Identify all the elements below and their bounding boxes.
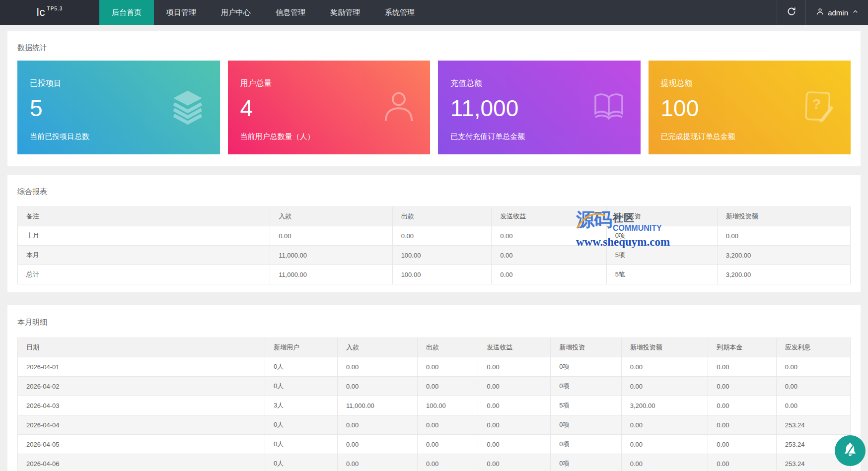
table-header-row: 备注入款出款发送收益新增投资新增投资额 — [18, 207, 851, 226]
chevron-up-icon — [852, 8, 859, 17]
table-cell: 0.00 — [708, 454, 777, 471]
column-header: 出款 — [417, 338, 478, 357]
card-label: 已投项目 — [30, 78, 220, 89]
table-cell: 5项 — [551, 396, 622, 415]
bell-off-icon — [841, 441, 859, 461]
table-cell: 0.00 — [621, 435, 708, 454]
nav-item-info[interactable]: 信息管理 — [263, 0, 318, 25]
table-cell: 100.00 — [417, 396, 478, 415]
month-detail-panel: 本月明细 日期新增用户入款出款发送收益新增投资新增投资额到期本金应发利息2026… — [7, 305, 861, 471]
logo-version: TP5.3 — [47, 6, 63, 11]
month-detail-title: 本月明细 — [17, 318, 851, 327]
table-cell: 0.00 — [337, 435, 417, 454]
table-cell: 本月 — [18, 246, 270, 265]
card-label: 充值总额 — [450, 78, 641, 89]
table-cell: 总计 — [18, 265, 270, 284]
month-detail-table: 日期新增用户入款出款发送收益新增投资新增投资额到期本金应发利息2026-04-0… — [17, 337, 851, 471]
user-menu[interactable]: admin — [805, 0, 868, 25]
book-icon — [591, 89, 627, 127]
table-cell: 3,200.00 — [717, 246, 850, 265]
table-cell: 0人 — [265, 357, 338, 377]
table-cell: 0.00 — [478, 454, 551, 471]
column-header: 新增投资额 — [717, 207, 850, 226]
stat-card-withdraw: 提现总额 100 已完成提现订单总金额 ? — [649, 61, 851, 154]
column-header: 应发利息 — [776, 338, 850, 357]
column-header: 入款 — [337, 338, 417, 357]
refresh-icon — [787, 6, 796, 18]
column-header: 到期本金 — [708, 338, 777, 357]
table-cell: 3,200.00 — [621, 396, 708, 415]
card-label: 提现总额 — [661, 78, 851, 89]
table-cell: 0项 — [606, 226, 717, 246]
doc-edit-icon: ? — [802, 89, 837, 126]
svg-text:?: ? — [812, 96, 821, 112]
table-cell: 2026-04-02 — [18, 377, 265, 396]
table-row: 2026-04-033人11,000.00100.000.005项3,200.0… — [18, 396, 851, 415]
nav-item-users[interactable]: 用户中心 — [209, 0, 263, 25]
table-cell: 0.00 — [708, 435, 777, 454]
table-cell: 0人 — [265, 377, 338, 396]
table-cell: 0.00 — [708, 357, 777, 377]
table-cell: 0.00 — [492, 246, 606, 265]
nav-item-rewards[interactable]: 奖励管理 — [318, 0, 372, 25]
table-row: 上月0.000.000.000项0.00 — [18, 226, 851, 246]
table-cell: 2026-04-01 — [18, 357, 265, 377]
top-nav: lcTP5.3 后台首页 项目管理 用户中心 信息管理 奖励管理 系统管理 ad… — [0, 0, 868, 25]
summary-report-panel: 综合报表 备注入款出款发送收益新增投资新增投资额上月0.000.000.000项… — [7, 175, 861, 292]
refresh-button[interactable] — [777, 0, 805, 25]
table-row: 本月11,000.00100.000.005项3,200.00 — [18, 246, 851, 265]
table-cell: 0.00 — [621, 357, 708, 377]
table-cell: 0.00 — [478, 396, 551, 415]
table-cell: 0项 — [551, 454, 622, 471]
table-cell: 0.00 — [478, 377, 551, 396]
table-cell: 0.00 — [417, 357, 478, 377]
table-row: 2026-04-060人0.000.000.000项0.000.00253.24 — [18, 454, 851, 471]
card-label: 用户总量 — [240, 78, 431, 89]
column-header: 出款 — [392, 207, 492, 226]
table-cell: 11,000.00 — [337, 396, 417, 415]
nav-item-projects[interactable]: 项目管理 — [154, 0, 209, 25]
table-cell: 0项 — [551, 357, 622, 377]
table-row: 2026-04-020人0.000.000.000项0.000.000.00 — [18, 377, 851, 396]
stat-card-recharge: 充值总额 11,000 已支付充值订单总金额 — [438, 61, 641, 154]
nav-right-controls: admin — [777, 0, 868, 25]
column-header: 发送收益 — [492, 207, 606, 226]
table-cell: 0人 — [265, 454, 338, 471]
table-cell: 0.00 — [337, 415, 417, 435]
table-row: 2026-04-040人0.000.000.000项0.000.00253.24 — [18, 415, 851, 435]
table-cell: 11,000.00 — [270, 265, 393, 284]
table-cell: 0.00 — [478, 415, 551, 435]
summary-report-table: 备注入款出款发送收益新增投资新增投资额上月0.000.000.000项0.00本… — [17, 206, 851, 284]
user-outline-icon — [381, 89, 416, 126]
table-cell: 0.00 — [621, 415, 708, 435]
card-caption: 当前用户总数量（人） — [240, 132, 315, 141]
app-logo: lcTP5.3 — [0, 0, 99, 25]
table-cell: 0人 — [265, 435, 338, 454]
table-cell: 0.00 — [417, 454, 478, 471]
table-cell: 上月 — [18, 226, 270, 246]
user-name: admin — [828, 8, 848, 17]
table-cell: 0人 — [265, 415, 338, 435]
table-cell: 2026-04-05 — [18, 435, 265, 454]
page-content: 数据统计 已投项目 5 当前已投项目总数 用户总量 4 当前用户 — [0, 25, 868, 471]
stat-cards: 已投项目 5 当前已投项目总数 用户总量 4 当前用户总数量（人） — [17, 61, 851, 154]
table-cell: 0.00 — [478, 435, 551, 454]
table-cell: 0项 — [551, 435, 622, 454]
table-cell: 0.00 — [621, 377, 708, 396]
column-header: 日期 — [18, 338, 265, 357]
column-header: 新增用户 — [265, 338, 338, 357]
stat-card-projects: 已投项目 5 当前已投项目总数 — [17, 61, 220, 154]
card-caption: 已完成提现订单总金额 — [661, 132, 735, 141]
table-cell: 5笔 — [606, 265, 717, 284]
card-caption: 已支付充值订单总金额 — [450, 132, 525, 141]
table-cell: 0项 — [551, 377, 622, 396]
table-cell: 0.00 — [717, 226, 850, 246]
column-header: 发送收益 — [478, 338, 551, 357]
table-row: 总计11,000.00100.000.005笔3,200.00 — [18, 265, 851, 284]
column-header: 入款 — [270, 207, 393, 226]
nav-item-dashboard[interactable]: 后台首页 — [99, 0, 154, 25]
table-cell: 100.00 — [392, 265, 492, 284]
nav-item-system[interactable]: 系统管理 — [372, 0, 427, 25]
table-cell: 0.00 — [392, 226, 492, 246]
notification-mute-button[interactable] — [835, 435, 866, 466]
